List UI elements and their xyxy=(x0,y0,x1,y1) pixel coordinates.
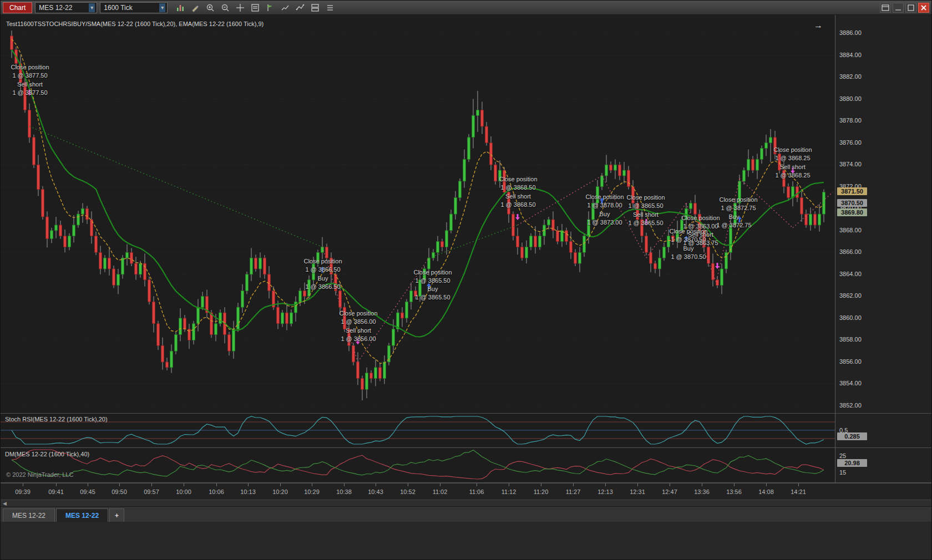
buy-arrow-icon xyxy=(600,198,604,204)
dm-panel-svg[interactable] xyxy=(1,448,835,482)
price-label: 3878.00 xyxy=(839,117,862,124)
time-tick xyxy=(766,483,767,486)
price-label: 3886.00 xyxy=(839,29,862,36)
close-icon[interactable] xyxy=(918,3,929,13)
instrument-select-value: MES 12-22 xyxy=(39,4,72,12)
add-tab-button[interactable]: + xyxy=(109,508,124,522)
time-tick xyxy=(509,483,509,486)
price-label: 3882.00 xyxy=(839,73,862,80)
indicator-value-box: 20.98 xyxy=(837,459,867,467)
price-marker-box: 3871.50 xyxy=(837,187,867,195)
window-menu-icon[interactable] xyxy=(880,3,891,13)
time-tick xyxy=(477,483,477,486)
chart-scrollbar[interactable]: ◀ xyxy=(1,500,932,506)
time-label: 13:36 xyxy=(694,488,710,495)
time-label: 14:21 xyxy=(791,488,806,495)
time-tick xyxy=(23,483,23,486)
data-box-icon[interactable] xyxy=(249,2,262,14)
stoch-panel-svg[interactable] xyxy=(1,414,835,447)
time-label: 09:50 xyxy=(112,488,127,495)
sell-arrow-icon xyxy=(356,338,360,344)
price-label: 3858.00 xyxy=(839,336,862,343)
interval-select[interactable]: 1600 Tick ▾ xyxy=(100,2,168,13)
minimize-icon[interactable] xyxy=(893,3,904,13)
chart-title: Test11600TSSTOCHRSIBUY/SMA(MES 12-22 (16… xyxy=(6,21,264,27)
time-tick xyxy=(216,483,217,486)
properties-icon[interactable] xyxy=(323,2,337,14)
indicator-axis-label: 15 xyxy=(839,469,846,476)
crosshair-icon[interactable] xyxy=(234,2,247,14)
panel-divider xyxy=(1,482,932,483)
instrument-select[interactable]: MES 12-22 ▾ xyxy=(35,2,97,13)
chevron-down-icon: ▾ xyxy=(89,3,95,12)
time-label: 09:39 xyxy=(15,488,31,495)
tab-mes-12-22-2[interactable]: MES 12-22 xyxy=(56,508,108,522)
tab-mes-12-22-1[interactable]: MES 12-22 xyxy=(3,508,55,522)
window-buttons xyxy=(880,3,930,13)
price-label: 3852.00 xyxy=(839,402,862,409)
time-tick xyxy=(88,483,88,486)
panel-divider[interactable] xyxy=(1,447,932,448)
interval-select-value: 1600 Tick xyxy=(104,4,132,12)
zoom-out-icon[interactable] xyxy=(219,2,232,14)
time-tick xyxy=(280,483,281,486)
time-tick xyxy=(637,483,638,486)
time-label: 10:13 xyxy=(240,488,256,495)
time-axis[interactable]: 09:3909:4109:4509:5009:5710:0010:0610:13… xyxy=(1,483,932,500)
maximize-icon[interactable] xyxy=(905,3,916,13)
time-label: 11:12 xyxy=(502,488,516,495)
indicators-icon[interactable] xyxy=(278,2,292,14)
time-tick xyxy=(408,483,408,486)
chart-menu-button[interactable]: Chart xyxy=(3,2,32,13)
trend-line-icon[interactable] xyxy=(293,2,307,14)
price-label: 3854.00 xyxy=(839,380,862,386)
tab-bar: MES 12-22MES 12-22+ xyxy=(1,506,932,522)
time-label: 11:02 xyxy=(433,488,448,495)
price-label: 3862.00 xyxy=(839,292,862,299)
time-tick xyxy=(344,483,345,486)
copyright-text: © 2022 NinjaTrader, LLC xyxy=(6,471,73,478)
sell-arrow-icon xyxy=(515,214,520,220)
stoch-panel-label: Stoch RSI(MES 12-22 (1600 Tick),20) xyxy=(5,416,108,422)
time-label: 11:27 xyxy=(566,488,581,495)
price-label: 3874.00 xyxy=(839,161,862,167)
sell-arrow-icon xyxy=(791,167,795,174)
price-marker-box: 3869.80 xyxy=(837,208,867,216)
toolbar: Chart MES 12-22 ▾ 1600 Tick ▾ xyxy=(1,1,932,15)
panel-divider[interactable] xyxy=(1,413,932,414)
time-tick xyxy=(440,483,440,486)
time-label: 10:38 xyxy=(336,488,352,495)
time-tick xyxy=(56,483,57,486)
time-tick xyxy=(376,483,376,486)
price-label: 3876.00 xyxy=(839,139,862,146)
price-label: 3884.00 xyxy=(839,52,862,58)
time-tick xyxy=(670,483,670,486)
price-axis-separator xyxy=(835,15,835,483)
buy-arrow-icon xyxy=(427,283,431,289)
go-to-end-icon[interactable]: → xyxy=(814,21,823,30)
time-tick xyxy=(312,483,312,486)
time-tick xyxy=(605,483,606,486)
price-label: 3864.00 xyxy=(839,271,862,277)
chart-trader-icon[interactable] xyxy=(264,2,277,14)
workspace-filler xyxy=(1,522,932,560)
time-tick xyxy=(541,483,541,486)
sell-arrow-icon xyxy=(715,263,720,269)
drawing-tools-icon[interactable] xyxy=(189,2,202,14)
time-tick xyxy=(734,483,735,486)
chart-style-icon[interactable] xyxy=(174,2,187,14)
panel-grid-icon[interactable] xyxy=(308,2,322,14)
time-label: 11:20 xyxy=(534,488,549,495)
time-tick xyxy=(573,483,574,486)
indicator-value-box: 0.285 xyxy=(837,432,867,440)
time-label: 10:06 xyxy=(209,488,224,495)
main-chart-svg[interactable] xyxy=(1,15,835,413)
zoom-in-icon[interactable] xyxy=(204,2,217,14)
price-label: 3860.00 xyxy=(839,314,862,321)
time-label: 09:41 xyxy=(48,488,64,495)
time-label: 10:52 xyxy=(400,488,416,495)
time-tick xyxy=(248,483,249,486)
price-label: 3856.00 xyxy=(839,358,862,365)
time-tick xyxy=(702,483,702,486)
indicator-axis-label: 25 xyxy=(839,452,846,459)
